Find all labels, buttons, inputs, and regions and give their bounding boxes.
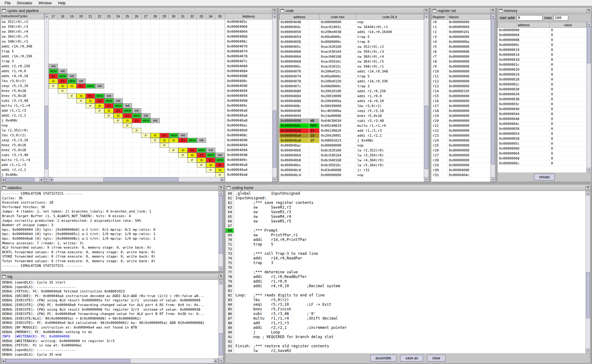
code-row[interactable]: 0x0000406c0xac01015csw 348(r0),r1 <box>279 64 424 69</box>
register-row[interactable]: r80x00000000 <box>432 59 491 64</box>
code-row[interactable]: 0x000040a8IF0x08001023j 0x408c <box>279 138 424 143</box>
memory-row[interactable]: 0x000000540 <box>498 131 586 136</box>
register-row[interactable]: r200x00000000 <box>432 118 491 123</box>
memory-row[interactable]: 0x0000006c0 <box>498 161 586 166</box>
code-row[interactable]: 0x00004098WB0x64630030subi r3,r3,48 <box>279 118 424 123</box>
scrollbar-track[interactable] <box>6 359 214 363</box>
start-addr-input[interactable] <box>517 15 543 21</box>
memory-row[interactable]: 0x000000240 <box>498 72 586 77</box>
register-row[interactable]: r250x00000000 <box>432 143 491 148</box>
log-hscrollbar[interactable]: ◀▶ <box>1 358 218 363</box>
pipeline-address[interactable]: 0x0000405c <box>225 19 272 24</box>
rows-input[interactable] <box>553 15 568 21</box>
memory-row[interactable]: 0x0000002c0 <box>498 82 586 87</box>
pipeline-instruction[interactable]: sw 356(r0),r3 <box>1 24 44 29</box>
pipeline-address[interactable]: 0x000040a8 <box>225 118 272 123</box>
pipeline-address[interactable]: 0x00004094 <box>225 89 272 93</box>
register-row[interactable]: r240x00000000 <box>432 138 491 143</box>
code-row[interactable]: 0x000040640xac040168sw 360(r0),r4 <box>279 54 424 59</box>
coding-titlebar[interactable]: coding frame <box>226 185 590 191</box>
pipeline-instruction[interactable]: multu r1,r1,r4 <box>1 103 44 108</box>
pipeline-instruction[interactable]: bnez r5,0x18 <box>1 89 44 93</box>
pipeline-address[interactable]: 0x0000409c <box>225 103 272 108</box>
code-row[interactable]: 0x000040c00x03e00008jr r31 <box>279 168 424 173</box>
memory-row[interactable]: 0x0000003c0 <box>498 102 586 107</box>
register-row[interactable]: r40x0000000a <box>432 39 491 44</box>
pipeline-instruction[interactable]: j 0x408c <box>1 118 44 123</box>
pipeline-address[interactable]: 0x00004094 <box>225 93 272 98</box>
scrollbar-thumb[interactable] <box>586 272 590 318</box>
register-row[interactable]: r270x00000000 <box>432 153 491 158</box>
pipeline-instruction[interactable]: bnez r5,0x18 <box>1 148 44 153</box>
pipeline-address[interactable]: 0x000040a4 <box>225 168 272 172</box>
memory-row[interactable]: 0x000000380 <box>498 97 586 102</box>
register-row[interactable]: r100x00000000 <box>432 69 491 74</box>
pipeline-address[interactable]: 0x00004094 <box>225 143 272 148</box>
pipeline-titlebar[interactable]: cycles and pipeline <box>1 8 277 14</box>
memory-row[interactable]: 0x000000000 <box>498 28 586 33</box>
pipeline-instruction[interactable]: nop <box>1 123 44 128</box>
register-titlebar[interactable]: register set <box>431 8 495 14</box>
scrollbar-track[interactable] <box>586 196 590 349</box>
register-row[interactable]: r30x00000000 <box>432 35 491 39</box>
detach-icon[interactable] <box>586 9 590 12</box>
memory-row[interactable]: 0x000000680 <box>498 156 586 161</box>
pipeline-instruction[interactable]: subi r3,r3,48 <box>1 153 44 158</box>
pipeline-address[interactable]: 0x00004078 <box>225 54 272 59</box>
code-row[interactable]: 0x000040580x0000000ctrap 0 <box>279 39 424 44</box>
pipeline-instruction[interactable]: subi r3,r3,48 <box>1 98 44 103</box>
scrollbar-track[interactable] <box>219 284 223 358</box>
menu-file[interactable]: File <box>2 0 13 6</box>
register-row[interactable]: r220x00000000 <box>432 128 491 133</box>
pipeline-instruction[interactable]: sw 348(r0),r1 <box>1 39 44 44</box>
code-row[interactable]: 0x000040a0EX0x00230820add r1,r1,r3 <box>279 128 424 133</box>
scroll-left-button[interactable]: ◀ <box>1 359 6 363</box>
pipeline-instruction[interactable]: addi r14,r0,348 <box>1 44 44 49</box>
pipeline-instruction[interactable]: addi r2,r0,256 <box>1 64 44 69</box>
pipeline-address[interactable]: 0x000040a4 <box>225 113 272 118</box>
memory-row[interactable]: 0x0000005c0 <box>498 141 586 146</box>
code-vscrollbar[interactable]: ▲▼ <box>424 14 428 182</box>
register-row[interactable]: r160x00000000 <box>432 99 491 104</box>
pipeline-instruction[interactable]: bnez r5,0x18 <box>1 93 44 98</box>
menu-window[interactable]: Window <box>36 0 55 6</box>
pipeline-address[interactable]: 0x0000407c <box>225 59 272 64</box>
memory-row[interactable]: 0x000000400 <box>498 107 586 112</box>
memory-row[interactable]: 0x000000200 <box>498 67 586 72</box>
register-row[interactable]: r190x00000000 <box>432 114 491 118</box>
code-row[interactable]: 0x000040b80x8c040168lw r4,360(r0) <box>279 158 424 163</box>
scrollbar-thumb[interactable] <box>424 106 428 169</box>
memory-row[interactable]: 0x0000000c0 <box>498 43 586 48</box>
code-row[interactable]: 0x0000407c0x0060000ctrap 3 <box>279 84 424 89</box>
scroll-down-button[interactable]: ▼ <box>219 267 223 271</box>
scroll-up-button[interactable]: ▲ <box>44 14 49 19</box>
register-row[interactable]: r50x00000000 <box>432 44 491 49</box>
reload-button[interactable]: reload <box>534 174 555 180</box>
code-col-dlx[interactable]: code DLX <box>356 14 424 20</box>
pipeline-address[interactable]: 0x00004090 <box>225 138 272 143</box>
scroll-right-button[interactable]: ▶ <box>214 359 218 363</box>
pipeline-address[interactable]: 0x0000408c <box>225 79 272 84</box>
code-row[interactable]: 0x000040600xac030164sw 356(r0),r3 <box>279 49 424 54</box>
scroll-down-button[interactable]: ▼ <box>44 177 49 182</box>
code-titlebar[interactable]: code <box>279 8 428 14</box>
register-row[interactable]: r230x00000000 <box>432 133 491 138</box>
pipeline-address[interactable]: 0x00004094 <box>225 148 272 153</box>
scrollbar-thumb[interactable] <box>219 333 223 355</box>
register-row[interactable]: r140x00000150 <box>432 89 491 94</box>
pipeline-address[interactable]: 0x000040a0 <box>225 108 272 113</box>
memory-row[interactable]: 0x000000640 <box>498 151 586 156</box>
code-row[interactable]: 0x000040bc0x8c05016clw r5,364(r0) <box>279 163 424 168</box>
memory-col-value[interactable]: value <box>550 22 586 28</box>
log-vscrollbar[interactable]: ▲▼ <box>218 280 223 363</box>
memory-row[interactable]: 0x000000480 <box>498 117 586 122</box>
assemble-button[interactable]: assemble <box>370 355 396 362</box>
save-as-button[interactable]: save as <box>400 355 423 362</box>
scrollbar-thumb[interactable] <box>219 196 223 254</box>
code-row[interactable]: 0x000040480x00000000nop <box>279 20 424 25</box>
pipeline-instruction[interactable]: seqi r5,r3,10 <box>1 138 44 143</box>
register-row[interactable]: r00x00000000 <box>432 20 491 25</box>
scroll-up-button[interactable]: ▲ <box>587 22 591 27</box>
pipeline-instruction[interactable]: lbu r3,0(r2) <box>1 79 44 84</box>
memory-row[interactable]: 0x000000040 <box>498 33 586 38</box>
